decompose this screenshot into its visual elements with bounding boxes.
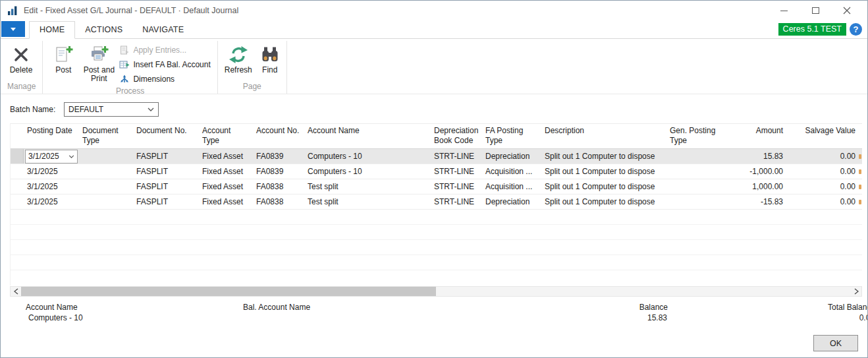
row-selector[interactable]: [11, 179, 24, 194]
document-no-cell[interactable]: FASPLIT: [133, 194, 199, 209]
salvage-value-cell[interactable]: 0.00: [786, 149, 859, 164]
batch-name-combobox[interactable]: DEFAULT: [64, 102, 159, 117]
tab-navigate[interactable]: NAVIGATE: [132, 22, 194, 38]
tab-home[interactable]: HOME: [29, 21, 75, 39]
table-row[interactable]: 3/1/2025 FASPLIT Fixed Asset FA0838 Test…: [11, 194, 862, 210]
dimensions-button[interactable]: Dimensions: [119, 73, 210, 85]
refresh-button[interactable]: Refresh: [221, 41, 256, 75]
document-no-cell[interactable]: FASPLIT: [133, 164, 199, 179]
posting-date-cell[interactable]: 3/1/2025: [24, 194, 79, 209]
document-no-cell[interactable]: FASPLIT: [133, 179, 199, 194]
journal-footer: Account Name Computers - 10 Bal. Account…: [10, 297, 867, 322]
minimize-icon[interactable]: [779, 6, 788, 15]
horizontal-scrollbar[interactable]: [10, 286, 862, 297]
scroll-left-icon[interactable]: [11, 287, 21, 296]
depreciation-book-code-cell[interactable]: STRT-LINE: [431, 179, 482, 194]
amount-cell[interactable]: 1,000.00: [727, 179, 786, 194]
col-fa-posting-type[interactable]: FA Posting Type: [482, 124, 541, 148]
page-content: Batch Name: DEFAULT Posting Date Documen…: [1, 94, 867, 322]
close-icon[interactable]: [842, 6, 852, 15]
fa-posting-type-cell[interactable]: Depreciation: [482, 194, 541, 209]
salvage-value-cell[interactable]: 0.00: [786, 179, 859, 194]
col-gen-posting-type[interactable]: Gen. Posting Type: [666, 124, 727, 148]
document-type-cell[interactable]: [79, 179, 133, 194]
col-depreciation-book-code[interactable]: Depreciation Book Code: [431, 124, 482, 148]
ribbon-group-page: Refresh Find: [218, 41, 287, 94]
description-cell[interactable]: Split out 1 Computer to dispose: [541, 194, 666, 209]
col-account-name[interactable]: Account Name: [304, 124, 431, 148]
row-selector[interactable]: [11, 194, 24, 209]
col-salvage-value[interactable]: Salvage Value: [786, 124, 859, 148]
salvage-value-cell[interactable]: 0.00: [786, 164, 859, 179]
gen-posting-type-cell[interactable]: [666, 164, 727, 179]
fa-posting-type-cell[interactable]: Acquisition ...: [482, 164, 541, 179]
row-overflow-marker: [859, 154, 861, 159]
table-row[interactable]: 3/1/2025 FASPLIT Fixed Asset FA0839 Comp…: [11, 164, 862, 179]
gen-posting-type-cell[interactable]: [666, 194, 727, 209]
col-description[interactable]: Description: [541, 124, 666, 148]
post-button[interactable]: Post: [45, 41, 81, 75]
account-name-cell[interactable]: Test split: [304, 194, 431, 209]
amount-cell[interactable]: 15.83: [727, 149, 786, 164]
posting-date-cell[interactable]: 3/1/2025: [24, 164, 79, 179]
account-name-cell[interactable]: Computers - 10: [304, 164, 431, 179]
account-no-cell[interactable]: FA0838: [253, 179, 304, 194]
row-selector[interactable]: [11, 164, 24, 179]
account-no-cell[interactable]: FA0839: [253, 149, 304, 164]
account-name-cell[interactable]: Test split: [304, 179, 431, 194]
col-document-type[interactable]: Document Type: [79, 124, 133, 148]
description-cell[interactable]: Split out 1 Computer to dispose: [541, 164, 666, 179]
account-type-cell[interactable]: Fixed Asset: [199, 149, 253, 164]
gen-posting-type-cell[interactable]: [666, 179, 727, 194]
fa-posting-type-cell[interactable]: Depreciation: [482, 149, 541, 164]
tab-actions[interactable]: ACTIONS: [75, 22, 132, 38]
scrollbar-track[interactable]: [21, 287, 851, 296]
row-overflow-marker: [859, 169, 861, 174]
ok-button[interactable]: OK: [813, 335, 858, 351]
document-type-cell[interactable]: [79, 149, 133, 164]
insert-fa-bal-account-button[interactable]: Insert FA Bal. Account: [119, 59, 210, 71]
delete-button[interactable]: Delete: [3, 41, 39, 75]
footer-total-balance-value: 0.00: [668, 313, 868, 322]
col-account-no[interactable]: Account No.: [253, 124, 304, 148]
scrollbar-thumb[interactable]: [21, 287, 436, 296]
document-type-cell[interactable]: [79, 164, 133, 179]
post-icon: [53, 44, 73, 66]
help-icon[interactable]: ?: [850, 23, 862, 36]
apply-entries-button[interactable]: Apply Entries...: [119, 44, 210, 56]
depreciation-book-code-cell[interactable]: STRT-LINE: [431, 194, 482, 209]
fa-posting-type-cell[interactable]: Acquisition ...: [482, 179, 541, 194]
col-posting-date[interactable]: Posting Date: [24, 124, 79, 148]
row-overflow-marker: [859, 200, 861, 204]
depreciation-book-code-cell[interactable]: STRT-LINE: [431, 149, 482, 164]
account-type-cell[interactable]: Fixed Asset: [199, 164, 253, 179]
description-cell[interactable]: Split out 1 Computer to dispose: [541, 179, 666, 194]
row-selector[interactable]: [11, 149, 24, 164]
col-document-no[interactable]: Document No.: [133, 124, 199, 148]
table-row[interactable]: 3/1/2025 FASPLIT Fixed Asset FA0839 Comp…: [11, 149, 862, 164]
col-amount[interactable]: Amount: [727, 124, 786, 148]
document-type-cell[interactable]: [79, 194, 133, 209]
table-row[interactable]: 3/1/2025 FASPLIT Fixed Asset FA0838 Test…: [11, 179, 862, 194]
scroll-right-icon[interactable]: [851, 287, 861, 296]
posting-date-cell[interactable]: 3/1/2025: [25, 150, 78, 164]
amount-cell[interactable]: -1,000.00: [727, 164, 786, 179]
description-cell[interactable]: Split out 1 Computer to dispose: [541, 149, 666, 164]
account-no-cell[interactable]: FA0838: [253, 194, 304, 209]
salvage-value-cell[interactable]: 0.00: [786, 194, 859, 209]
document-no-cell[interactable]: FASPLIT: [133, 149, 199, 164]
find-button[interactable]: Find: [256, 41, 284, 75]
post-and-print-button[interactable]: Post and Print: [81, 41, 117, 83]
posting-date-cell[interactable]: 3/1/2025: [24, 179, 79, 194]
col-account-type[interactable]: Account Type: [199, 124, 253, 148]
table-row-empty: [11, 210, 862, 225]
gen-posting-type-cell[interactable]: [666, 149, 727, 164]
account-type-cell[interactable]: Fixed Asset: [199, 194, 253, 209]
account-name-cell[interactable]: Computers - 10: [304, 149, 431, 164]
account-no-cell[interactable]: FA0839: [253, 164, 304, 179]
amount-cell[interactable]: -15.83: [727, 194, 786, 209]
account-type-cell[interactable]: Fixed Asset: [199, 179, 253, 194]
depreciation-book-code-cell[interactable]: STRT-LINE: [431, 164, 482, 179]
maximize-icon[interactable]: [811, 6, 820, 15]
application-menu-button[interactable]: [1, 21, 25, 37]
